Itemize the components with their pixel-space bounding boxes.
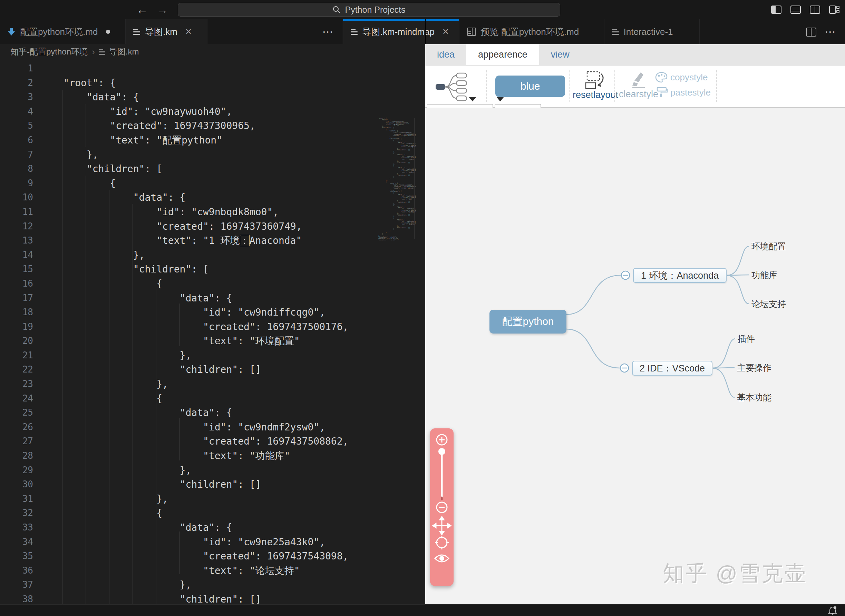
tab-md-file[interactable]: 配置python环境.md — [0, 19, 126, 44]
zoom-slider[interactable] — [438, 448, 445, 499]
mindmap-branch-node[interactable]: 2 IDE：VScode — [632, 361, 713, 375]
mindmap-leaf-node[interactable]: 功能库 — [751, 269, 777, 281]
close-icon[interactable]: ✕ — [442, 27, 449, 37]
line-number: 16 — [0, 277, 33, 291]
mindmap-leaf-node[interactable]: 论坛支持 — [751, 298, 786, 310]
line-number: 29 — [0, 463, 33, 478]
code-line: "data": { — [40, 521, 348, 535]
tab-km-file[interactable]: 导图.km ✕ — [126, 19, 207, 44]
line-number-gutter: 1234567891011121314151617181920212223242… — [0, 62, 33, 604]
code-editor[interactable]: 1234567891011121314151617181920212223242… — [0, 59, 425, 604]
line-number: 5 — [0, 119, 33, 133]
code-line: "text": "1 环境：Anaconda" — [40, 233, 348, 248]
clearstyle-icon — [630, 70, 648, 89]
code-line: { — [40, 277, 348, 291]
customize-layout-icon[interactable] — [829, 6, 839, 14]
code-content: "root": { "data": { "id": "cw9naywuoh40"… — [40, 62, 348, 604]
tab-interactive[interactable]: Interactive-1 — [604, 19, 700, 44]
zoom-in-button[interactable] — [436, 434, 447, 445]
toggle-secondary-sidebar-icon[interactable] — [810, 6, 820, 14]
code-line: "data": { — [40, 291, 348, 306]
tab-appearence[interactable]: appearence — [466, 44, 539, 65]
tab-label: view — [551, 49, 570, 60]
tab-view[interactable]: view — [539, 44, 581, 65]
forward-icon[interactable]: → — [155, 0, 169, 19]
split-editor-icon[interactable] — [806, 28, 816, 37]
title-bar: ← → Python Projects — [0, 0, 845, 19]
theme-dropdown-arrow-icon[interactable] — [497, 97, 504, 101]
copystyle-button[interactable]: copystyle — [655, 72, 708, 83]
code-line: "children": [ — [40, 262, 348, 277]
line-number: 4 — [0, 104, 33, 119]
zoom-out-button[interactable] — [436, 502, 447, 513]
left-group-more-icon[interactable]: ⋯ — [314, 19, 343, 44]
notifications-bell-icon[interactable] — [828, 606, 838, 615]
line-number: 10 — [0, 191, 33, 205]
collapse-icon[interactable] — [620, 364, 629, 372]
mindmap-leaf-node[interactable]: 基本功能 — [737, 392, 772, 403]
breadcrumb-file[interactable]: 导图.km — [109, 46, 139, 57]
mindmap-nav-control — [430, 428, 454, 586]
toolbar-separator — [486, 70, 487, 102]
mindmap-branch-node[interactable]: 1 环境：Anaconda — [633, 268, 727, 283]
clearstyle-button[interactable]: clearstyle — [619, 70, 658, 100]
resetlayout-button[interactable]: resetlayout — [573, 70, 618, 100]
line-number: 38 — [0, 592, 33, 604]
code-line: }, — [40, 578, 348, 592]
modified-dot-icon[interactable] — [106, 30, 110, 34]
editor-tab-bar: 配置python环境.md 导图.km ✕ ⋯ 导图.km-mindmap ✕ — [0, 19, 845, 44]
layout-structure-icon[interactable] — [435, 72, 468, 101]
line-number: 6 — [0, 133, 33, 148]
code-line: "children": [ — [40, 162, 348, 176]
code-line: "data": { — [40, 406, 348, 420]
locate-center-button[interactable] — [435, 535, 449, 549]
code-line: "text": "功能库" — [40, 449, 348, 463]
collapse-icon[interactable] — [621, 271, 630, 279]
mindmap-canvas[interactable]: 配置python 1 环境：Anaconda 2 IDE：VScode 环境配置… — [425, 108, 845, 604]
line-number: 11 — [0, 205, 33, 219]
line-number: 1 — [0, 62, 33, 76]
pastestyle-button[interactable]: pastestyle — [655, 87, 711, 98]
mindmap-leaf-node[interactable]: 主要操作 — [737, 362, 772, 374]
file-icon — [99, 49, 105, 55]
line-number: 25 — [0, 406, 33, 420]
layout-dropdown-arrow-icon[interactable] — [469, 97, 476, 101]
code-line: "children": [] — [40, 592, 348, 604]
minimap[interactable]: "root": { "data": { "id": "cw9naywuoh40"… — [375, 116, 416, 241]
code-line: { — [40, 506, 348, 521]
mindmap-leaf-node[interactable]: 插件 — [738, 333, 755, 345]
line-number: 2 — [0, 76, 33, 90]
line-number: 15 — [0, 262, 33, 277]
line-number: 9 — [0, 176, 33, 191]
code-line: "text": "配置python" — [40, 133, 348, 148]
breadcrumb-folder[interactable]: 知乎-配置python环境 — [10, 46, 88, 57]
tab-mindmap[interactable]: 导图.km-mindmap ✕ — [343, 19, 460, 44]
copystyle-icon — [655, 72, 667, 83]
code-line: "created": 1697437360749, — [40, 219, 348, 234]
code-line: "children": [] — [40, 477, 348, 492]
zoom-slider-handle[interactable] — [438, 448, 445, 455]
pan-button[interactable] — [433, 517, 451, 535]
code-line: "text": "环境配置" — [40, 334, 348, 348]
tab-md-preview[interactable]: 预览 配置python环境.md — [460, 19, 604, 44]
mindmap-leaf-node[interactable]: 环境配置 — [751, 241, 786, 252]
line-number: 22 — [0, 362, 33, 377]
toggle-sidebar-icon[interactable] — [771, 6, 782, 14]
command-center-search[interactable]: Python Projects — [178, 3, 560, 16]
mindmap-root-node[interactable]: 配置python — [489, 310, 566, 333]
file-icon — [133, 29, 140, 35]
view-mode-eye-button[interactable] — [435, 555, 449, 562]
code-line: "created": 1697437500176, — [40, 320, 348, 334]
code-line: { — [40, 176, 348, 191]
tab-bar-space — [207, 19, 314, 44]
right-group-more-icon[interactable]: ⋯ — [816, 19, 845, 44]
theme-dropdown-stub[interactable] — [495, 104, 541, 108]
close-icon[interactable]: ✕ — [185, 27, 192, 37]
editor-group-divider[interactable] — [425, 19, 426, 44]
back-icon[interactable]: ← — [135, 0, 149, 19]
template-dropdown-stub[interactable] — [427, 104, 493, 108]
theme-button[interactable]: blue — [495, 76, 565, 97]
minimap-separator — [414, 118, 414, 239]
tab-idea[interactable]: idea — [425, 44, 466, 65]
toggle-panel-icon[interactable] — [791, 6, 801, 14]
